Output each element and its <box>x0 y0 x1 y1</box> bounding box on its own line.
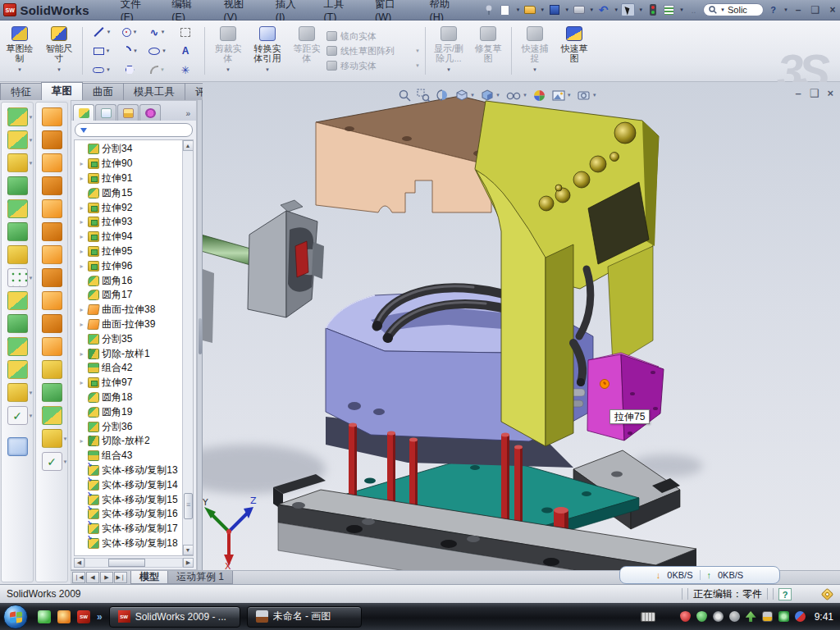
tree-item-surface-extrude38[interactable]: ▸曲面-拉伸38 <box>75 303 182 317</box>
tree-item-extrude92[interactable]: ▸拉伸92 <box>75 200 182 215</box>
selection-box-t_tool[interactable] <box>171 23 199 42</box>
point-tool[interactable]: ✳ <box>171 61 199 80</box>
scroll-right-icon[interactable]: ▶ <box>183 558 194 568</box>
quicklaunch-overflow-icon[interactable]: » <box>97 611 103 623</box>
options-caret-icon[interactable]: ▼ <box>679 7 684 12</box>
open-icon[interactable] <box>523 3 536 16</box>
apply-scene-icon[interactable]: ▼ <box>551 89 572 103</box>
open-caret-icon[interactable]: ▼ <box>540 7 545 12</box>
tab-mold-tools[interactable]: 模具工具 <box>123 83 185 100</box>
taskbar-button-solidworks[interactable]: SW SolidWorks 2009 - ... <box>109 606 240 628</box>
move-entities-button[interactable]: 移动实体▼ <box>326 60 422 72</box>
panel-splitter[interactable] <box>197 100 203 570</box>
propertymanager-tab[interactable] <box>95 104 116 121</box>
tree-item-fillet19[interactable]: 圆角19 <box>75 404 182 419</box>
curves-icon[interactable]: ✓▼ <box>42 452 62 471</box>
graphics-viewport[interactable]: Y Z X ▼ ▼ <box>203 82 840 570</box>
first-tab-button[interactable]: ❘◀ <box>72 572 85 583</box>
linear-pattern-button[interactable]: 线性草图阵列▼ <box>326 45 422 57</box>
quick-snaps-button[interactable]: 快速捕捉 ▼ <box>515 21 555 81</box>
circle-tool[interactable]: ▼ <box>116 23 144 42</box>
edit-appearance-icon[interactable] <box>532 89 546 103</box>
tree-item-loftcut1[interactable]: ▸切除-放样1 <box>75 346 182 361</box>
tree-item-fillet15[interactable]: 圆角15 <box>75 185 182 200</box>
doc-restore-button[interactable]: ❑ <box>810 87 819 99</box>
configurationmanager-tab[interactable] <box>117 104 139 121</box>
tree-vertical-scrollbar[interactable]: ▲ ▼ <box>182 140 193 555</box>
rapid-sketch-button[interactable]: 快速草图 <box>555 21 594 81</box>
planar-surface-icon[interactable] <box>42 222 62 241</box>
convert-caret-icon[interactable]: ▼ <box>265 65 270 75</box>
arc-tool[interactable]: ▼ <box>116 42 144 61</box>
extend-surface-icon[interactable] <box>42 291 62 310</box>
tree-item-movecopy18[interactable]: 实体-移动/复制18 <box>75 536 182 551</box>
display-style-icon[interactable]: ▼ <box>480 89 500 103</box>
linear-pattern-feature-icon[interactable]: ▼ <box>7 268 28 287</box>
print-caret-icon[interactable]: ▼ <box>589 7 594 12</box>
tray-security-icon[interactable] <box>680 611 691 622</box>
delete-face-icon[interactable] <box>42 406 62 425</box>
tree-item-fillet18[interactable]: 圆角18 <box>75 390 182 405</box>
swept-surface-icon[interactable] <box>42 107 62 126</box>
sketch-fillet-tool[interactable]: ▼ <box>144 61 171 80</box>
save-icon[interactable] <box>547 3 561 16</box>
help-caret-icon[interactable]: ▼ <box>783 7 788 12</box>
tree-item-split35[interactable]: 分割35 <box>75 331 182 346</box>
doc-minimize-button[interactable]: – <box>796 87 801 99</box>
tree-item-extrude91[interactable]: ▸拉伸91 <box>75 171 182 186</box>
tree-item-extrude96[interactable]: ▸拉伸96 <box>75 258 182 273</box>
combine-icon[interactable] <box>7 337 28 356</box>
repair-sketch-button[interactable]: 修复草图 <box>468 21 508 81</box>
tree-item-fillet17[interactable]: 圆角17 <box>75 288 182 303</box>
new-document-icon[interactable] <box>498 3 512 16</box>
ruled-surface-icon[interactable] <box>42 268 62 287</box>
tree-item-extrude94[interactable]: ▸拉伸94 <box>75 230 182 244</box>
tree-item-extrude95[interactable]: ▸拉伸95 <box>75 244 182 259</box>
print-icon[interactable] <box>572 3 586 16</box>
ellipse-tool[interactable]: ▼ <box>144 42 171 61</box>
taskbar-clock[interactable]: 9:41 <box>815 611 833 623</box>
tree-horizontal-scrollbar[interactable]: ◀ ▶ <box>74 557 194 568</box>
select-caret-icon[interactable]: ▼ <box>638 7 643 12</box>
close-button[interactable]: × <box>825 4 840 16</box>
extrude-boss-icon[interactable]: ▼ <box>7 107 28 126</box>
reference-point-icon[interactable]: ▼ <box>7 383 28 402</box>
utility-icon[interactable] <box>57 610 71 623</box>
filled-surface-icon[interactable] <box>42 199 62 218</box>
trim-surface-icon[interactable] <box>42 314 62 333</box>
shell-icon[interactable] <box>7 199 28 218</box>
reference-geometry-icon[interactable]: ▼ <box>42 429 62 448</box>
tab-model[interactable]: 模型 <box>130 571 168 584</box>
split-icon[interactable] <box>7 314 28 333</box>
tag-icon[interactable] <box>821 587 834 600</box>
spline-tool[interactable]: ∿▼ <box>144 23 171 42</box>
horizontal-scroll-thumb[interactable] <box>108 559 145 567</box>
search-box[interactable]: ▼ Solic <box>703 3 764 16</box>
hole-wizard-icon[interactable] <box>7 245 28 264</box>
tray-settings-icon[interactable] <box>713 611 724 622</box>
tray-health-icon[interactable] <box>778 611 789 622</box>
mirror-entities-button[interactable]: 镜向实体 <box>326 30 422 43</box>
clamp-insert[interactable] <box>295 241 308 277</box>
tray-sync-icon[interactable] <box>795 611 806 622</box>
line-tool[interactable]: ▼ <box>88 23 116 42</box>
curve-icon[interactable]: ✓▼ <box>7 406 28 425</box>
tray-volume-icon[interactable] <box>729 611 740 622</box>
tree-item-extrude97[interactable]: ▸拉伸97 <box>75 376 182 390</box>
smart-dimension-button[interactable]: 智能尺寸 ▼ <box>39 21 79 81</box>
tree-item-extrude90[interactable]: ▸拉伸90 <box>75 157 182 171</box>
draft-icon[interactable] <box>7 222 28 241</box>
messenger-icon[interactable] <box>38 610 51 623</box>
view-orientation-icon[interactable]: ▼ <box>454 89 475 103</box>
rebuild-icon[interactable] <box>646 3 660 16</box>
splitter-grip[interactable] <box>199 318 202 354</box>
chamfer-icon[interactable] <box>7 176 28 195</box>
search-caret-icon[interactable]: ▼ <box>720 7 725 12</box>
tree-filter-box[interactable] <box>75 123 193 137</box>
start-button[interactable] <box>3 605 28 629</box>
lofted-surface-icon[interactable] <box>42 153 62 172</box>
tray-network-icon[interactable] <box>746 611 756 622</box>
input-method-icon[interactable] <box>641 612 655 622</box>
save-caret-icon[interactable]: ▼ <box>564 7 569 12</box>
new-caret-icon[interactable]: ▼ <box>515 7 520 12</box>
